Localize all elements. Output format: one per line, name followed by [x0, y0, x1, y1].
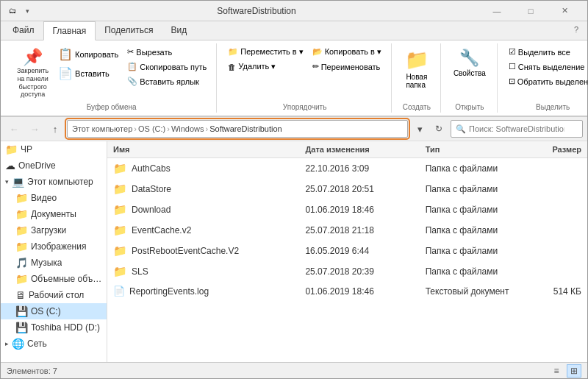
move-to-button[interactable]: 📁 Переместить в ▾ — [224, 45, 306, 59]
breadcrumb-part3[interactable]: Windows — [171, 124, 204, 133]
sep2: › — [167, 124, 170, 133]
delete-label: Удалить ▾ — [238, 62, 276, 71]
forward-button[interactable]: → — [26, 121, 43, 137]
search-input[interactable] — [469, 124, 564, 133]
col-header-size[interactable]: Размер — [521, 143, 587, 156]
desktop-icon: 🖥 — [15, 289, 26, 301]
copy-to-icon: 📂 — [312, 47, 323, 57]
cut-button[interactable]: ✂ Вырезать — [123, 45, 210, 59]
table-row[interactable]: 📁EventCache.v2 25.07.2018 21:18 Папка с … — [107, 220, 587, 241]
pin-button[interactable]: 📌 Закрепить на панелибыстрого доступа — [12, 45, 53, 102]
copy-path-button[interactable]: 📋 Скопировать путь — [123, 60, 210, 74]
delete-button[interactable]: 🗑 Удалить ▾ — [224, 60, 306, 74]
tab-view[interactable]: Вид — [162, 21, 196, 40]
sidebar-item-music[interactable]: 🎵 Музыка — [1, 255, 107, 271]
minimize-button[interactable]: — — [480, 1, 514, 21]
osdrive-label: OS (C:) — [31, 306, 61, 316]
move-to-icon: 📁 — [228, 47, 238, 57]
deselect-button[interactable]: ☐ Снять выделение — [505, 60, 588, 74]
col-header-date[interactable]: Дата изменения — [299, 143, 419, 156]
copy-button[interactable]: 📋 Копировать — [54, 45, 122, 63]
file-name: PostRebootEventCache.V2 — [132, 246, 239, 256]
table-row[interactable]: 📁SLS 25.07.2018 20:39 Папка с файлами — [107, 261, 587, 282]
properties-button[interactable]: 🔧 Свойства — [448, 45, 491, 81]
rename-button[interactable]: ✏ Переименовать — [309, 60, 385, 74]
large-icons-view-button[interactable]: ⊞ — [567, 364, 581, 378]
file-size — [521, 249, 587, 253]
properties-icon: 🔧 — [459, 49, 479, 68]
sidebar-item-3d[interactable]: 📁 Объемные объе... — [1, 271, 107, 287]
tab-file[interactable]: Файл — [4, 21, 43, 40]
file-list: 📁AuthCabs 22.10.2016 3:09 Папка с файлам… — [107, 158, 587, 362]
invert-select-icon: ⊡ — [509, 77, 515, 86]
toshiba-label: Toshiba HDD (D:) — [31, 322, 100, 333]
sidebar-item-images[interactable]: 📁 Изображения — [1, 238, 107, 255]
file-type: Папка с файлами — [420, 223, 522, 238]
sidebar-item-docs[interactable]: 📁 Документы — [1, 206, 107, 222]
breadcrumb-part1[interactable]: Этот компьютер — [72, 124, 132, 133]
back-button[interactable]: ← — [5, 121, 23, 137]
breadcrumb-part2[interactable]: OS (C:) — [138, 124, 165, 133]
select-col: ☑ Выделить все ☐ Снять выделение ⊡ Обрат… — [505, 45, 588, 88]
thispc-icon: 💻 — [12, 176, 24, 188]
tab-home[interactable]: Главная — [43, 21, 96, 40]
maximize-button[interactable]: □ — [514, 1, 548, 21]
pin-icon: 📌 — [23, 48, 43, 67]
sidebar-item-network[interactable]: ▸ 🌐 Сеть — [1, 336, 107, 352]
sidebar-item-downloads[interactable]: 📁 Загрузки — [1, 222, 107, 238]
close-button[interactable]: ✕ — [548, 1, 581, 21]
paste-button[interactable]: 📄 Вставить — [54, 64, 122, 82]
copy-label: Копировать — [75, 50, 118, 59]
file-type: Папка с файлами — [420, 182, 522, 196]
sidebar-item-chr[interactable]: 📁 ЧР — [1, 141, 107, 157]
address-bar[interactable]: Этот компьютер › OS (C:) › Windows › Sof… — [67, 120, 408, 138]
invert-select-label: Обратить выделение — [517, 77, 588, 86]
sidebar: 📁 ЧР ☁ OneDrive ▾ 💻 Этот компьютер 📁 Вид… — [1, 141, 107, 362]
quick-access-btn[interactable]: ▾ — [21, 5, 33, 17]
new-folder-button[interactable]: 📁 Новаяпапка — [399, 45, 434, 93]
table-row[interactable]: 📁AuthCabs 22.10.2016 3:09 Папка с файлам… — [107, 158, 587, 179]
paste-shortcut-button[interactable]: 📎 Вставить ярлык — [123, 74, 210, 88]
file-size — [521, 187, 587, 191]
col-header-name[interactable]: Имя — [107, 143, 299, 156]
file-name: AuthCabs — [132, 163, 171, 174]
file-size — [521, 166, 587, 171]
window-icon: 🗂 — [7, 5, 18, 17]
file-date: 01.06.2019 18:46 — [299, 284, 419, 299]
details-view-button[interactable]: ≡ — [549, 364, 564, 378]
sidebar-item-toshiba[interactable]: 💾 Toshiba HDD (D:) — [1, 319, 107, 336]
sidebar-item-onedrive[interactable]: ☁ OneDrive — [1, 157, 107, 174]
invert-select-button[interactable]: ⊡ Обратить выделение — [505, 74, 588, 88]
tab-share[interactable]: Поделиться — [96, 21, 162, 40]
address-dropdown-button[interactable]: ▾ — [411, 121, 429, 137]
table-row[interactable]: 📁Download 01.06.2019 18:46 Папка с файла… — [107, 199, 587, 220]
sidebar-item-video[interactable]: 📁 Видео — [1, 190, 107, 206]
up-button[interactable]: ↑ — [46, 121, 64, 137]
images-label: Изображения — [31, 241, 86, 252]
copy-to-label: Копировать в ▾ — [325, 47, 381, 57]
paste-label: Вставить — [75, 69, 110, 78]
select-all-button[interactable]: ☑ Выделить все — [505, 45, 588, 59]
refresh-button[interactable]: ↻ — [430, 121, 448, 137]
select-all-label: Выделить все — [518, 48, 570, 57]
file-area: Имя Дата изменения Тип Размер 📁AuthCabs … — [107, 141, 587, 362]
help-button[interactable]: ? — [568, 21, 584, 40]
table-row[interactable]: 📁PostRebootEventCache.V2 16.05.2019 6:44… — [107, 241, 587, 261]
video-icon: 📁 — [15, 192, 28, 204]
sidebar-item-thispc[interactable]: ▾ 💻 Этот компьютер — [1, 174, 107, 190]
images-icon: 📁 — [15, 241, 28, 252]
deselect-label: Снять выделение — [518, 63, 585, 71]
sidebar-item-desktop[interactable]: 🖥 Рабочий стол — [1, 287, 107, 303]
sidebar-item-osdrive[interactable]: 💾 OS (C:) — [1, 303, 107, 319]
chr-icon: 📁 — [5, 144, 18, 155]
table-row[interactable]: 📄ReportingEvents.log 01.06.2019 18:46 Те… — [107, 282, 587, 300]
breadcrumb-part4[interactable]: SoftwareDistribution — [209, 124, 282, 133]
title-bar-icons: 🗂 ▾ — [7, 5, 33, 17]
folder-icon: 📁 — [113, 162, 127, 175]
table-row[interactable]: 📁DataStore 25.07.2018 20:51 Папка с файл… — [107, 179, 587, 199]
file-date: 25.07.2018 20:51 — [299, 182, 419, 196]
col-header-type[interactable]: Тип — [420, 143, 522, 156]
copy-to-button[interactable]: 📂 Копировать в ▾ — [309, 45, 385, 59]
file-type: Папка с файлами — [420, 244, 522, 258]
ribbon-tabs: Файл Главная Поделиться Вид ? — [1, 21, 587, 40]
